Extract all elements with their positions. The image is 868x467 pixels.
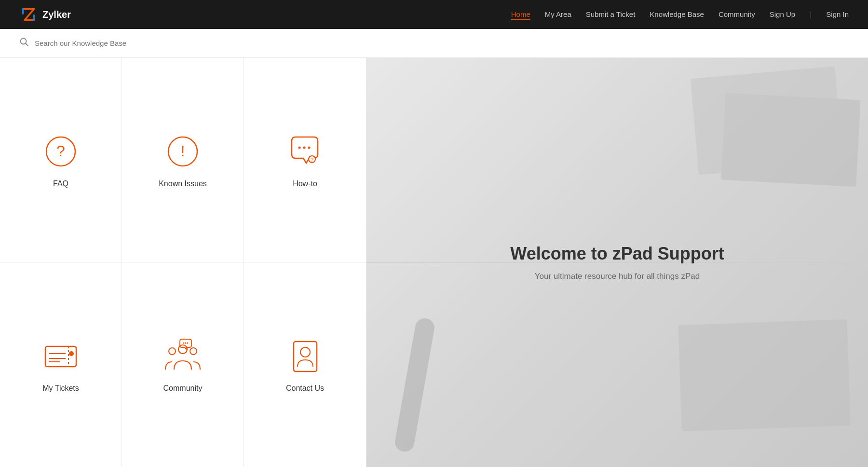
category-grid: ? FAQ ! Known Issues ? How-to: [0, 58, 366, 467]
svg-rect-12: [45, 346, 76, 367]
known-issues-icon: !: [163, 132, 202, 171]
nav-link-my-area[interactable]: My Area: [545, 10, 571, 18]
category-my-tickets[interactable]: My Tickets: [0, 262, 122, 467]
svg-text:?: ?: [56, 142, 65, 160]
my-tickets-label: My Tickets: [42, 384, 79, 393]
hero-subtitle: Your ultimate resource hub for all thing…: [510, 272, 724, 281]
nav-link-community[interactable]: Community: [719, 10, 755, 18]
svg-text:!: !: [181, 142, 185, 160]
nav-item-sign-up[interactable]: Sign Up: [770, 10, 795, 19]
nav-link-home[interactable]: Home: [511, 10, 530, 20]
svg-point-23: [187, 343, 189, 344]
svg-point-7: [298, 146, 300, 149]
desk-decoration-4: [393, 317, 436, 453]
svg-point-13: [69, 351, 74, 356]
category-how-to[interactable]: ? How-to: [244, 58, 366, 262]
svg-text:?: ?: [310, 157, 313, 163]
brand-name: Zylker: [42, 9, 71, 20]
nav-item-home[interactable]: Home: [511, 10, 530, 19]
svg-point-22: [185, 343, 187, 344]
how-to-icon: ?: [286, 132, 325, 171]
faq-icon: ?: [41, 132, 80, 171]
hero-text: Welcome to zPad Support Your ultimate re…: [510, 244, 724, 281]
desk-decoration-2: [721, 93, 860, 187]
faq-label: FAQ: [53, 179, 68, 188]
search-bar: [0, 29, 868, 58]
community-label: Community: [163, 384, 203, 393]
search-icon: [19, 37, 29, 49]
community-icon: [163, 337, 202, 375]
brand[interactable]: Zylker: [19, 5, 71, 24]
main-content: ? FAQ ! Known Issues ? How-to: [0, 58, 868, 467]
known-issues-label: Known Issues: [159, 179, 207, 188]
svg-point-19: [169, 348, 176, 355]
nav-link-knowledge-base[interactable]: Knowledge Base: [650, 10, 704, 18]
category-known-issues[interactable]: ! Known Issues: [122, 58, 244, 262]
desk-decoration-3: [678, 319, 850, 431]
my-tickets-icon: [41, 337, 80, 375]
svg-point-8: [303, 146, 305, 149]
nav-divider: |: [810, 10, 812, 19]
svg-line-2: [26, 43, 28, 46]
svg-point-20: [190, 348, 197, 355]
nav-menu: Home My Area Submit a Ticket Knowledge B…: [511, 10, 849, 19]
nav-link-sign-in[interactable]: Sign In: [826, 10, 849, 18]
hero-title: Welcome to zPad Support: [510, 244, 724, 264]
svg-point-21: [183, 343, 185, 344]
svg-point-9: [308, 146, 310, 149]
nav-item-knowledge-base[interactable]: Knowledge Base: [650, 10, 704, 19]
nav-item-my-area[interactable]: My Area: [545, 10, 571, 19]
nav-item-community[interactable]: Community: [719, 10, 755, 19]
nav-item-sign-in[interactable]: Sign In: [826, 10, 849, 19]
logo-icon: [19, 5, 38, 24]
search-input[interactable]: [35, 39, 228, 47]
navbar: Zylker Home My Area Submit a Ticket Know…: [0, 0, 868, 29]
nav-item-submit-ticket[interactable]: Submit a Ticket: [586, 10, 636, 19]
category-faq[interactable]: ? FAQ: [0, 58, 122, 262]
category-community[interactable]: Community: [122, 262, 244, 467]
how-to-label: How-to: [293, 179, 317, 188]
nav-link-sign-up[interactable]: Sign Up: [770, 10, 795, 18]
svg-point-25: [300, 347, 310, 357]
contact-us-label: Contact Us: [286, 384, 324, 393]
nav-link-submit-ticket[interactable]: Submit a Ticket: [586, 10, 636, 18]
contact-us-icon: [286, 337, 325, 375]
hero-panel: Welcome to zPad Support Your ultimate re…: [366, 58, 868, 467]
category-contact-us[interactable]: Contact Us: [244, 262, 366, 467]
